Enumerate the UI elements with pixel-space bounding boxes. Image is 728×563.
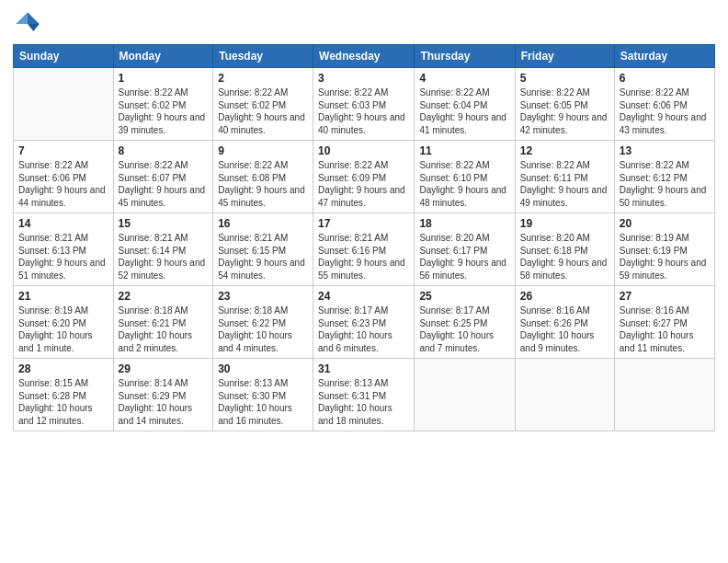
day-info: Sunrise: 8:19 AMSunset: 6:20 PMDaylight:…	[18, 304, 108, 354]
day-number: 18	[419, 217, 509, 230]
day-number: 4	[419, 72, 509, 85]
day-number: 9	[218, 144, 308, 157]
calendar-table: SundayMondayTuesdayWednesdayThursdayFrid…	[13, 44, 715, 431]
calendar-cell: 20Sunrise: 8:19 AMSunset: 6:19 PMDayligh…	[614, 213, 714, 286]
calendar-cell: 23Sunrise: 8:18 AMSunset: 6:22 PMDayligh…	[213, 286, 313, 359]
day-info: Sunrise: 8:22 AMSunset: 6:02 PMDaylight:…	[119, 86, 209, 136]
day-info: Sunrise: 8:22 AMSunset: 6:03 PMDaylight:…	[318, 86, 409, 136]
page: SundayMondayTuesdayWednesdayThursdayFrid…	[0, 0, 728, 563]
calendar-cell: 2Sunrise: 8:22 AMSunset: 6:02 PMDaylight…	[213, 68, 313, 141]
day-info: Sunrise: 8:21 AMSunset: 6:14 PMDaylight:…	[119, 232, 209, 282]
day-info: Sunrise: 8:22 AMSunset: 6:04 PMDaylight:…	[419, 86, 509, 136]
day-number: 16	[218, 217, 308, 230]
calendar-cell: 13Sunrise: 8:22 AMSunset: 6:12 PMDayligh…	[614, 141, 714, 213]
day-number: 10	[318, 144, 409, 157]
day-info: Sunrise: 8:22 AMSunset: 6:11 PMDaylight:…	[520, 159, 609, 209]
calendar-cell: 21Sunrise: 8:19 AMSunset: 6:20 PMDayligh…	[14, 286, 114, 359]
day-number: 15	[119, 217, 209, 230]
calendar-cell	[14, 68, 114, 141]
day-info: Sunrise: 8:18 AMSunset: 6:21 PMDaylight:…	[119, 304, 209, 354]
day-info: Sunrise: 8:13 AMSunset: 6:31 PMDaylight:…	[318, 377, 409, 427]
calendar-week-row: 21Sunrise: 8:19 AMSunset: 6:20 PMDayligh…	[14, 286, 715, 359]
day-number: 6	[620, 72, 710, 85]
day-info: Sunrise: 8:22 AMSunset: 6:08 PMDaylight:…	[218, 159, 308, 209]
calendar-cell: 8Sunrise: 8:22 AMSunset: 6:07 PMDaylight…	[113, 141, 213, 213]
logo	[13, 9, 46, 39]
day-number: 27	[620, 290, 710, 303]
calendar-cell: 31Sunrise: 8:13 AMSunset: 6:31 PMDayligh…	[313, 359, 415, 431]
day-header: Thursday	[415, 45, 515, 68]
day-number: 26	[520, 290, 609, 303]
day-number: 31	[318, 362, 409, 375]
day-number: 28	[18, 362, 108, 375]
day-info: Sunrise: 8:22 AMSunset: 6:06 PMDaylight:…	[620, 86, 710, 136]
svg-marker-1	[28, 24, 40, 31]
day-info: Sunrise: 8:22 AMSunset: 6:07 PMDaylight:…	[119, 159, 209, 209]
day-number: 12	[520, 144, 609, 157]
logo-icon	[13, 9, 42, 39]
day-info: Sunrise: 8:18 AMSunset: 6:22 PMDaylight:…	[218, 304, 308, 354]
calendar-cell: 27Sunrise: 8:16 AMSunset: 6:27 PMDayligh…	[614, 286, 714, 359]
calendar-cell: 15Sunrise: 8:21 AMSunset: 6:14 PMDayligh…	[113, 213, 213, 286]
day-info: Sunrise: 8:22 AMSunset: 6:02 PMDaylight:…	[218, 86, 308, 136]
day-number: 1	[119, 72, 209, 85]
calendar-cell: 17Sunrise: 8:21 AMSunset: 6:16 PMDayligh…	[313, 213, 415, 286]
header-row: SundayMondayTuesdayWednesdayThursdayFrid…	[14, 45, 715, 68]
calendar-cell: 22Sunrise: 8:18 AMSunset: 6:21 PMDayligh…	[113, 286, 213, 359]
day-info: Sunrise: 8:19 AMSunset: 6:19 PMDaylight:…	[620, 232, 710, 282]
day-info: Sunrise: 8:21 AMSunset: 6:15 PMDaylight:…	[218, 232, 308, 282]
day-info: Sunrise: 8:20 AMSunset: 6:17 PMDaylight:…	[419, 232, 509, 282]
calendar-week-row: 7Sunrise: 8:22 AMSunset: 6:06 PMDaylight…	[14, 141, 715, 213]
day-number: 25	[419, 290, 509, 303]
day-info: Sunrise: 8:14 AMSunset: 6:29 PMDaylight:…	[119, 377, 209, 427]
day-info: Sunrise: 8:16 AMSunset: 6:27 PMDaylight:…	[620, 304, 710, 354]
calendar-cell	[614, 359, 714, 431]
day-number: 24	[318, 290, 409, 303]
day-header: Friday	[515, 45, 614, 68]
day-number: 11	[419, 144, 509, 157]
day-info: Sunrise: 8:22 AMSunset: 6:10 PMDaylight:…	[419, 159, 509, 209]
day-number: 3	[318, 72, 409, 85]
day-info: Sunrise: 8:22 AMSunset: 6:12 PMDaylight:…	[620, 159, 710, 209]
svg-marker-0	[28, 12, 40, 24]
header	[13, 9, 715, 39]
calendar-cell: 28Sunrise: 8:15 AMSunset: 6:28 PMDayligh…	[14, 359, 114, 431]
day-number: 20	[620, 217, 710, 230]
day-number: 14	[18, 217, 108, 230]
calendar-cell: 1Sunrise: 8:22 AMSunset: 6:02 PMDaylight…	[113, 68, 213, 141]
day-info: Sunrise: 8:16 AMSunset: 6:26 PMDaylight:…	[520, 304, 609, 354]
day-info: Sunrise: 8:15 AMSunset: 6:28 PMDaylight:…	[18, 377, 108, 427]
day-number: 13	[620, 144, 710, 157]
day-header: Monday	[113, 45, 213, 68]
day-info: Sunrise: 8:22 AMSunset: 6:05 PMDaylight:…	[520, 86, 609, 136]
calendar-cell: 29Sunrise: 8:14 AMSunset: 6:29 PMDayligh…	[113, 359, 213, 431]
day-number: 17	[318, 217, 409, 230]
day-number: 8	[119, 144, 209, 157]
calendar-cell: 25Sunrise: 8:17 AMSunset: 6:25 PMDayligh…	[415, 286, 515, 359]
calendar-week-row: 1Sunrise: 8:22 AMSunset: 6:02 PMDaylight…	[14, 68, 715, 141]
day-info: Sunrise: 8:20 AMSunset: 6:18 PMDaylight:…	[520, 232, 609, 282]
day-number: 2	[218, 72, 308, 85]
day-info: Sunrise: 8:21 AMSunset: 6:13 PMDaylight:…	[18, 232, 108, 282]
calendar-cell: 18Sunrise: 8:20 AMSunset: 6:17 PMDayligh…	[415, 213, 515, 286]
day-info: Sunrise: 8:22 AMSunset: 6:06 PMDaylight:…	[18, 159, 108, 209]
day-number: 21	[18, 290, 108, 303]
calendar-cell: 12Sunrise: 8:22 AMSunset: 6:11 PMDayligh…	[515, 141, 614, 213]
calendar-week-row: 28Sunrise: 8:15 AMSunset: 6:28 PMDayligh…	[14, 359, 715, 431]
calendar-cell: 7Sunrise: 8:22 AMSunset: 6:06 PMDaylight…	[14, 141, 114, 213]
day-number: 30	[218, 362, 308, 375]
day-header: Saturday	[614, 45, 714, 68]
calendar-cell	[415, 359, 515, 431]
day-number: 5	[520, 72, 609, 85]
calendar-cell: 9Sunrise: 8:22 AMSunset: 6:08 PMDaylight…	[213, 141, 313, 213]
svg-marker-2	[16, 12, 28, 24]
calendar-cell: 4Sunrise: 8:22 AMSunset: 6:04 PMDaylight…	[415, 68, 515, 141]
calendar-cell	[515, 359, 614, 431]
calendar-cell: 5Sunrise: 8:22 AMSunset: 6:05 PMDaylight…	[515, 68, 614, 141]
calendar-cell: 26Sunrise: 8:16 AMSunset: 6:26 PMDayligh…	[515, 286, 614, 359]
calendar-cell: 3Sunrise: 8:22 AMSunset: 6:03 PMDaylight…	[313, 68, 415, 141]
day-header: Wednesday	[313, 45, 415, 68]
calendar-cell: 30Sunrise: 8:13 AMSunset: 6:30 PMDayligh…	[213, 359, 313, 431]
day-info: Sunrise: 8:13 AMSunset: 6:30 PMDaylight:…	[218, 377, 308, 427]
day-number: 29	[119, 362, 209, 375]
